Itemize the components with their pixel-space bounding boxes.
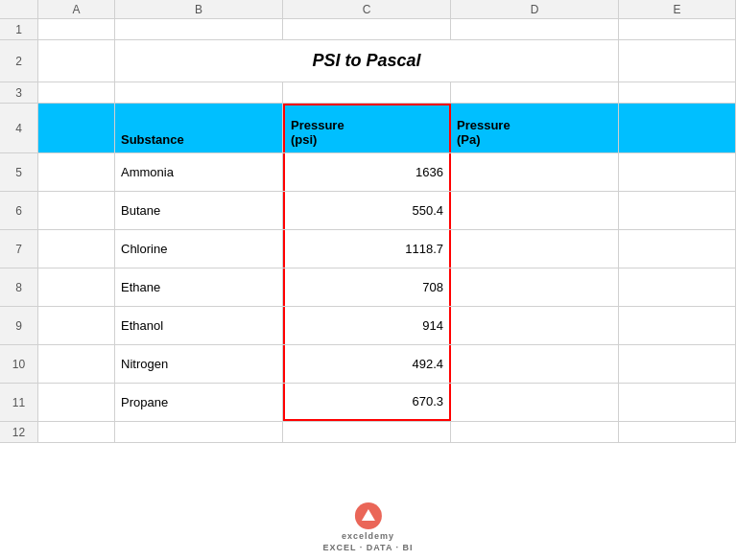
- column-headers: A B C D E: [0, 0, 736, 19]
- cell-10a[interactable]: [38, 345, 115, 383]
- cell-9d-pa[interactable]: [451, 307, 619, 344]
- row-num-2: 2: [0, 40, 38, 82]
- cell-7a[interactable]: [38, 230, 115, 268]
- cell-12a[interactable]: [38, 422, 115, 442]
- row-num-10: 10: [0, 345, 38, 383]
- cell-3e[interactable]: [619, 82, 736, 103]
- cell-9b-substance[interactable]: Ethanol: [115, 307, 283, 344]
- svg-marker-0: [362, 509, 375, 521]
- pressure-pa-line1: Pressure: [457, 118, 510, 132]
- cell-4a[interactable]: [38, 104, 115, 152]
- cell-11e[interactable]: [619, 384, 736, 421]
- cell-6a[interactable]: [38, 192, 115, 229]
- row-num-3: 3: [0, 82, 38, 103]
- cell-1c[interactable]: [283, 19, 451, 39]
- watermark-site: exceldemy: [342, 531, 394, 541]
- cell-3a[interactable]: [38, 82, 115, 103]
- cell-8e[interactable]: [619, 268, 736, 306]
- col-header-b: B: [115, 0, 283, 18]
- watermark-tagline: EXCEL · DATA · BI: [322, 543, 413, 552]
- pressure-psi-line2: (psi): [291, 132, 317, 147]
- row-9: 9 Ethanol 914: [0, 307, 736, 345]
- cell-3d[interactable]: [451, 82, 619, 103]
- row-num-5: 5: [0, 153, 38, 191]
- cell-12b[interactable]: [115, 422, 283, 442]
- cell-9e[interactable]: [619, 307, 736, 344]
- row-11: 11 Propane 670.3: [0, 384, 736, 422]
- cell-6d-pa[interactable]: [451, 192, 619, 229]
- row-10: 10 Nitrogen 492.4: [0, 345, 736, 384]
- row-num-8: 8: [0, 268, 38, 306]
- cell-6b-substance[interactable]: Butane: [115, 192, 283, 229]
- cell-10e[interactable]: [619, 345, 736, 383]
- row-2: 2 PSI to Pascal: [0, 40, 736, 82]
- row-7: 7 Chlorine 1118.7: [0, 230, 736, 268]
- row-3: 3: [0, 82, 736, 104]
- cell-10d-pa[interactable]: [451, 345, 619, 383]
- row-num-9: 9: [0, 307, 38, 344]
- col-header-e: E: [619, 0, 736, 18]
- cell-7e[interactable]: [619, 230, 736, 268]
- cell-7b-substance[interactable]: Chlorine: [115, 230, 283, 268]
- row-num-11: 11: [0, 384, 38, 421]
- cell-10b-substance[interactable]: Nitrogen: [115, 345, 283, 383]
- row-num-1: 1: [0, 19, 38, 39]
- header-pressure-psi: Pressure (psi): [283, 104, 451, 152]
- pressure-psi-line1: Pressure: [291, 118, 344, 132]
- corner-cell: [0, 0, 38, 18]
- cell-1e[interactable]: [619, 19, 736, 39]
- cell-9a[interactable]: [38, 307, 115, 344]
- row-8: 8 Ethane 708: [0, 268, 736, 307]
- header-substance: Substance: [115, 104, 283, 152]
- cell-1b[interactable]: [115, 19, 283, 39]
- cell-3b[interactable]: [115, 82, 283, 103]
- cell-4e[interactable]: [619, 104, 736, 152]
- cell-5a[interactable]: [38, 153, 115, 191]
- row-12: 12: [0, 422, 736, 443]
- row-5: 5 Ammonia 1636: [0, 153, 736, 192]
- cell-1d[interactable]: [451, 19, 619, 39]
- watermark-logo: [355, 502, 382, 529]
- table-header-row: 4 Substance Pressure (psi) Pressure (Pa): [0, 104, 736, 153]
- cell-12d[interactable]: [451, 422, 619, 442]
- cell-8d-pa[interactable]: [451, 268, 619, 306]
- cell-12c[interactable]: [283, 422, 451, 442]
- cell-5d-pa[interactable]: [451, 153, 619, 191]
- cell-11d-pa[interactable]: [451, 384, 619, 421]
- cell-7c-psi[interactable]: 1118.7: [283, 230, 451, 268]
- cell-7d-pa[interactable]: [451, 230, 619, 268]
- header-pressure-pa: Pressure (Pa): [451, 104, 619, 152]
- cell-8c-psi[interactable]: 708: [283, 268, 451, 306]
- cell-8a[interactable]: [38, 268, 115, 306]
- cell-11a[interactable]: [38, 384, 115, 421]
- cell-5e[interactable]: [619, 153, 736, 191]
- grid-body: 1 2 PSI to Pascal 3 4 Substance: [0, 19, 736, 560]
- cell-2e[interactable]: [619, 40, 736, 82]
- cell-6e[interactable]: [619, 192, 736, 229]
- watermark: exceldemy EXCEL · DATA · BI: [322, 502, 413, 552]
- row-1: 1: [0, 19, 736, 40]
- cell-9c-psi[interactable]: 914: [283, 307, 451, 344]
- col-header-d: D: [451, 0, 619, 18]
- cell-8b-substance[interactable]: Ethane: [115, 268, 283, 306]
- row-num-12: 12: [0, 422, 38, 442]
- cell-12e[interactable]: [619, 422, 736, 442]
- cell-6c-psi[interactable]: 550.4: [283, 192, 451, 229]
- cell-2a[interactable]: [38, 40, 115, 82]
- cell-5b-substance[interactable]: Ammonia: [115, 153, 283, 191]
- row-num-4: 4: [0, 104, 38, 152]
- cell-11b-substance[interactable]: Propane: [115, 384, 283, 421]
- col-header-a: A: [38, 0, 115, 18]
- row-6: 6 Butane 550.4: [0, 192, 736, 230]
- cell-11c-psi[interactable]: 670.3: [283, 384, 451, 421]
- col-header-c: C: [283, 0, 451, 18]
- pressure-pa-line2: (Pa): [457, 132, 481, 147]
- cell-1a[interactable]: [38, 19, 115, 39]
- cell-3c[interactable]: [283, 82, 451, 103]
- cell-10c-psi[interactable]: 492.4: [283, 345, 451, 383]
- cell-5c-psi[interactable]: 1636: [283, 153, 451, 191]
- row-num-6: 6: [0, 192, 38, 229]
- spreadsheet-title: PSI to Pascal: [115, 40, 619, 82]
- row-num-7: 7: [0, 230, 38, 268]
